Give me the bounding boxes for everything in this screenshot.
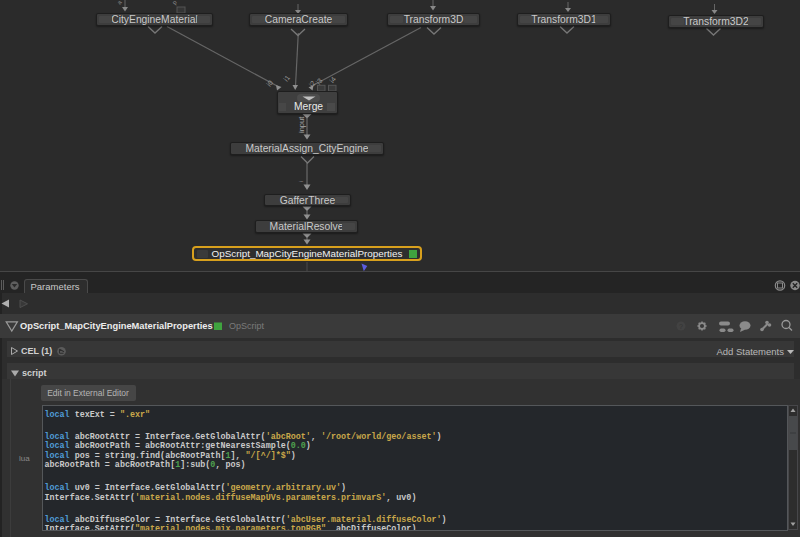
svg-text:i1: i1 <box>282 74 291 83</box>
svg-text:i4: i4 <box>328 75 337 84</box>
svg-text:i: i <box>298 181 304 182</box>
svg-text:?: ? <box>679 323 683 330</box>
svg-text:a: a <box>116 0 123 6</box>
svg-text:i0: i0 <box>265 79 274 88</box>
svg-text:input: input <box>297 116 306 133</box>
svg-text:p: p <box>171 0 178 6</box>
